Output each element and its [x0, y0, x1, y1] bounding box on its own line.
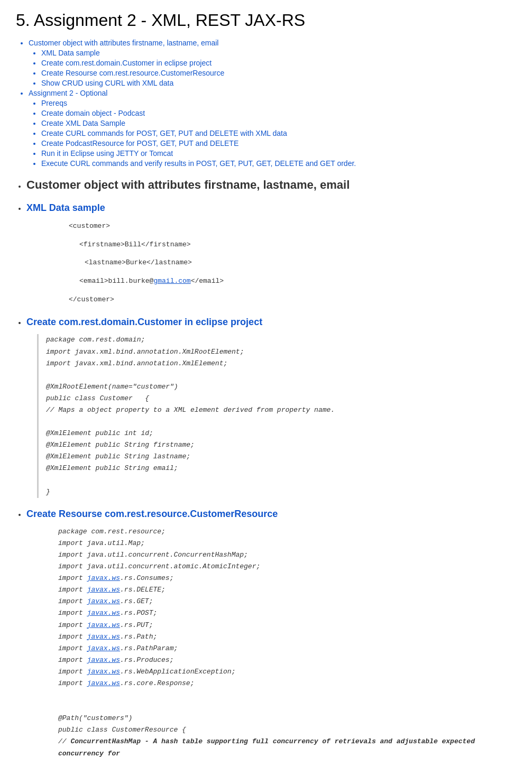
toc-subitem-curl: Show CRUD using CURL with XML data	[41, 79, 516, 87]
toc-subitem-create-resource: Create Resourse com.rest.resource.Custom…	[41, 69, 516, 77]
toc-sublist-2: Prereqs Create domain object - Podcast C…	[41, 99, 516, 168]
section-customer-heading: Customer object with attributes firstnam…	[26, 178, 516, 192]
xml-lastname: <lastname>Burke</lastname>	[85, 256, 516, 270]
section-create-customer-heading: Create com.rest.domain.Customer in eclip…	[26, 317, 516, 328]
section-create-resource-heading: Create Resourse com.rest.resource.Custom…	[26, 509, 516, 520]
xml-firstname: <firstname>Bill</firstname>	[79, 238, 516, 252]
page-title: 5. Assignment 2 - XML, REST JAX-RS	[16, 11, 516, 30]
section-create-resource: Create Resourse com.rest.resource.Custom…	[26, 509, 516, 757]
create-customer-code: package com.rest.domain; import javax.xm…	[37, 334, 516, 497]
toc-link-curl-commands[interactable]: Create CURL commands for POST, GET, PUT …	[41, 129, 287, 137]
import-put-link[interactable]: javax.ws	[87, 621, 120, 629]
toc-link-create-customer[interactable]: Create com.rest.domain.Customer in eclip…	[41, 59, 212, 67]
import-get-link[interactable]: javax.ws	[87, 597, 120, 605]
toc-subitem-curl-commands: Create CURL commands for POST, GET, PUT …	[41, 129, 516, 137]
create-resource-code: package com.rest.resource; import java.u…	[58, 526, 516, 757]
import-pathparam-link[interactable]: javax.ws	[87, 644, 120, 652]
toc-subitem-create-customer: Create com.rest.domain.Customer in eclip…	[41, 59, 516, 67]
toc-subitem-podcast-resource: Create PodcastResource for POST, GET, PU…	[41, 139, 516, 147]
toc-subitem-xml: XML Data sample	[41, 49, 516, 57]
import-produces-link[interactable]: javax.ws	[87, 656, 120, 664]
toc-link-optional[interactable]: Assignment 2 - Optional	[29, 89, 107, 97]
import-post-link[interactable]: javax.ws	[87, 609, 120, 617]
section-customer-object: Customer object with attributes firstnam…	[26, 178, 516, 192]
toc-link-curl[interactable]: Show CRUD using CURL with XML data	[41, 79, 173, 87]
toc-link-xml-sample[interactable]: Create XML Data Sample	[41, 119, 125, 127]
import-path-link[interactable]: javax.ws	[87, 633, 120, 641]
toc-subitem-xml-sample: Create XML Data Sample	[41, 119, 516, 127]
import-response-link[interactable]: javax.ws	[87, 679, 120, 687]
toc-link-podcast[interactable]: Create domain object - Podcast	[41, 109, 145, 117]
toc-item-1: Customer object with attributes firstnam…	[29, 39, 516, 87]
gmail-link[interactable]: gmail.com	[153, 277, 190, 285]
toc-sublist-1: XML Data sample Create com.rest.domain.C…	[41, 49, 516, 87]
toc-link-podcast-resource[interactable]: Create PodcastResource for POST, GET, PU…	[41, 139, 239, 147]
import-delete-link[interactable]: javax.ws	[87, 586, 120, 594]
toc-link-execute-curl[interactable]: Execute CURL commands and verify results…	[41, 159, 356, 168]
section-create-customer: Create com.rest.domain.Customer in eclip…	[26, 317, 516, 497]
concurrent-hashmap-comment: ConcurrentHashMap - A hash table support…	[58, 737, 479, 757]
xml-customer-close: </customer>	[69, 293, 516, 307]
toc-link-customer[interactable]: Customer object with attributes firstnam…	[29, 39, 218, 47]
toc-item-2: Assignment 2 - Optional Prereqs Create d…	[29, 89, 516, 168]
xml-code-block: <customer> <firstname>Bill</firstname> <…	[69, 220, 516, 306]
toc-subitem-execute-curl: Execute CURL commands and verify results…	[41, 159, 516, 168]
toc-link-run-eclipse[interactable]: Run it in Eclipse using JETTY or Tomcat	[41, 149, 173, 158]
import-webappexc-link[interactable]: javax.ws	[87, 668, 120, 676]
toc-link-prereqs[interactable]: Prereqs	[41, 99, 67, 107]
section-xml-data: XML Data sample <customer> <firstname>Bi…	[26, 202, 516, 306]
xml-customer-open: <customer>	[69, 222, 110, 230]
toc-subitem-prereqs: Prereqs	[41, 99, 516, 107]
xml-email: <email>bill.burke@gmail.com</email>	[79, 275, 516, 288]
import-consumes-link[interactable]: javax.ws	[87, 574, 120, 582]
toc-subitem-run-eclipse: Run it in Eclipse using JETTY or Tomcat	[41, 149, 516, 158]
toc-subitem-podcast: Create domain object - Podcast	[41, 109, 516, 117]
toc-list: Customer object with attributes firstnam…	[29, 39, 516, 168]
toc-link-create-resource[interactable]: Create Resourse com.rest.resource.Custom…	[41, 69, 224, 77]
toc-link-xml[interactable]: XML Data sample	[41, 49, 100, 57]
section-xml-heading: XML Data sample	[26, 202, 516, 214]
main-sections: Customer object with attributes firstnam…	[26, 178, 516, 757]
